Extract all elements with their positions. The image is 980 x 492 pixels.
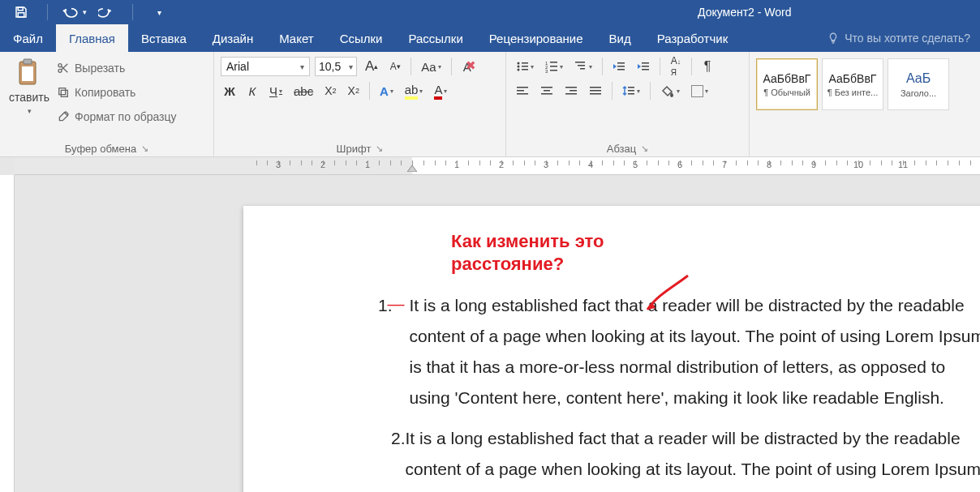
change-case-button[interactable]: Aa▾ [418,57,444,76]
svg-rect-24 [617,62,625,64]
document-area: 3211234567891011 Как изменить это рассто… [0,157,980,492]
align-right-button[interactable] [561,81,581,101]
shrink-font-button[interactable]: A▾ [386,57,404,76]
qat-separator [132,4,133,20]
style-heading1[interactable]: АаБ Заголо... [888,58,949,110]
grow-font-button[interactable]: A▴ [362,57,381,76]
document-page[interactable]: Как изменить это расстояние? 1. — It is … [243,206,980,492]
save-icon[interactable] [6,1,36,24]
superscript-button[interactable]: X2 [345,81,363,101]
tab-label: Рассылки [408,32,462,45]
separator [451,58,452,75]
tab-label: Разработчик [657,32,728,45]
svg-rect-7 [61,90,67,96]
align-center-button[interactable] [537,81,557,101]
paint-bucket-icon [660,84,675,97]
vertical-ruler[interactable] [0,175,15,492]
bold-button[interactable]: Ж [221,81,239,101]
align-left-button[interactable] [513,81,532,101]
svg-rect-1 [18,13,24,17]
dialog-launcher-icon[interactable]: ↘ [141,143,148,154]
svg-rect-21 [575,62,585,63]
undo-button[interactable]: ▾ [59,1,88,24]
decrease-indent-button[interactable] [609,57,629,76]
paste-button[interactable]: ставить ▾ [6,57,52,117]
svg-rect-40 [590,90,601,92]
paste-label: ставить [9,91,49,104]
svg-rect-14 [522,69,528,71]
svg-rect-16 [550,62,557,63]
group-label-font: Шрифт ↘ [221,140,499,155]
tab-view[interactable]: Вид [596,24,644,52]
tab-design[interactable]: Дизайн [200,24,266,52]
svg-rect-28 [642,66,649,67]
sort-button[interactable]: A↓Я [667,57,685,76]
dialog-launcher-icon[interactable]: ↘ [641,143,648,154]
svg-rect-23 [580,68,585,70]
font-color-button[interactable]: A▾ [431,81,450,101]
svg-rect-31 [517,90,524,92]
borders-button[interactable]: ▾ [688,81,711,101]
tab-layout[interactable]: Макет [266,24,326,52]
ribbon-tabs: Файл Главная Вставка Дизайн Макет Ссылки… [0,24,980,52]
increase-indent-button[interactable] [634,57,653,76]
svg-rect-33 [541,87,552,88]
list-text: It is a long established fact that a rea… [406,423,980,492]
horizontal-ruler[interactable]: 3211234567891011 [15,157,980,175]
multilevel-list-button[interactable]: ▾ [571,57,595,76]
svg-rect-10 [522,62,528,64]
document-content: Как изменить это расстояние? 1. — It is … [243,230,980,492]
tab-review[interactable]: Рецензирование [476,24,596,52]
tab-label: Вид [609,32,631,45]
tab-insert[interactable]: Вставка [128,24,200,52]
chevron-down-icon: ▾ [300,62,304,71]
svg-text:3: 3 [545,69,548,73]
cut-button[interactable]: Вырезать [57,58,177,78]
svg-rect-4 [22,66,33,81]
tab-label: Дизайн [213,32,253,45]
format-painter-label: Формат по образцу [75,110,177,123]
style-no-spacing[interactable]: АаБбВвГ ¶ Без инте... [822,58,883,110]
group-label-paragraph: Абзац ↘ [513,140,742,155]
underline-button[interactable]: Ч▾ [266,81,286,101]
svg-rect-27 [642,62,649,64]
group-paragraph: ▾ 123▾ ▾ A↓Я ¶ ▾ ▾ ▾ [506,52,750,156]
font-size-value: 10,5 [319,60,341,73]
text-effects-button[interactable]: A▾ [376,81,397,101]
copy-button[interactable]: Копировать [57,83,177,102]
lightbulb-icon [827,32,840,45]
numbering-button[interactable]: 123▾ [542,57,566,76]
svg-rect-18 [550,66,557,67]
scissors-icon [57,62,70,75]
qat-customize-button[interactable]: ▾ [144,1,174,24]
tell-me-box[interactable]: Что вы хотите сделать? [817,24,980,52]
format-painter-button[interactable]: Формат по образцу [57,107,177,126]
justify-button[interactable] [586,81,605,101]
tab-developer[interactable]: Разработчик [644,24,741,52]
redo-button[interactable] [92,1,121,24]
svg-rect-35 [541,93,552,95]
subscript-button[interactable]: X2 [321,81,339,101]
tab-file[interactable]: Файл [0,24,56,52]
annotation-arrow [641,271,698,322]
tab-home[interactable]: Главная [56,24,128,52]
tab-mailings[interactable]: Рассылки [395,24,475,52]
dialog-launcher-icon[interactable]: ↘ [376,143,383,154]
svg-rect-3 [24,59,32,64]
clear-formatting-button[interactable]: A✖ [458,57,476,76]
shading-button[interactable]: ▾ [657,81,683,101]
highlight-button[interactable]: ab▾ [402,81,427,101]
line-spacing-button[interactable]: ▾ [619,81,643,101]
group-clipboard: ставить ▾ Вырезать Копировать Формат по … [0,52,214,156]
separator [612,82,612,100]
italic-button[interactable]: К [243,81,261,101]
show-marks-button[interactable]: ¶ [698,57,716,76]
strikethrough-button[interactable]: abc [290,81,316,101]
font-size-combo[interactable]: 10,5 ▾ [315,57,357,76]
ribbon: ставить ▾ Вырезать Копировать Формат по … [0,52,980,157]
style-normal[interactable]: АаБбВвГ ¶ Обычный [756,58,818,110]
bullets-button[interactable]: ▾ [513,57,537,76]
copy-label: Копировать [75,86,135,99]
font-name-combo[interactable]: Arial ▾ [221,57,310,76]
tab-references[interactable]: Ссылки [327,24,396,52]
